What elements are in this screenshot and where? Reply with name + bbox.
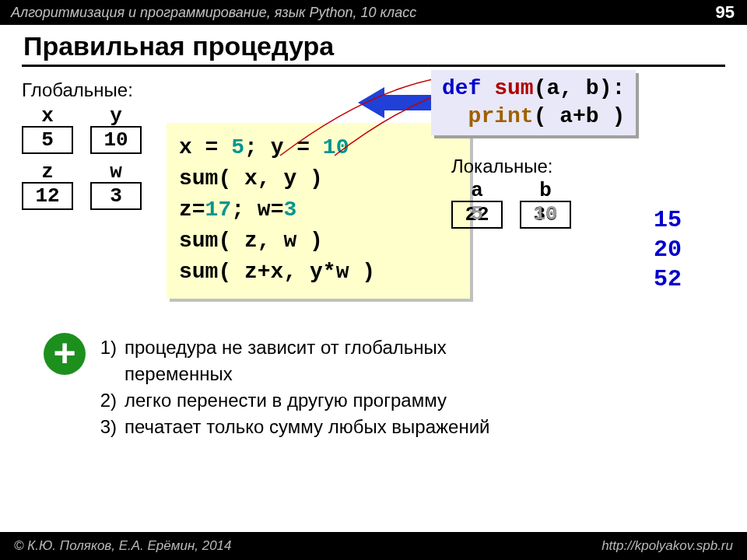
var-y: y 10 (90, 104, 142, 154)
globals-block: Глобальные: x 5 y 10 z 12 w 3 (22, 79, 142, 210)
code-line-5: sum( z+x, y*w ) (179, 257, 458, 288)
list-item: 3) печатает только сумму любых выражений (90, 414, 490, 440)
result-1: 15 (654, 205, 682, 235)
def-line-2: print( a+b ) (442, 103, 625, 131)
list-item: 2) легко перенести в другую программу (90, 387, 490, 414)
slide-footer: © К.Ю. Поляков, Е.А. Ерёмин, 2014 http:/… (0, 532, 747, 560)
def-line-1: def sum(a, b): (442, 75, 625, 103)
list-item-cont: переменных (90, 361, 490, 387)
result-2: 20 (654, 235, 682, 264)
globals-label: Глобальные: (22, 79, 142, 101)
var-a: a 5 22 (451, 179, 503, 229)
var-z: z 12 (22, 160, 73, 210)
list-item: 1) процедура не зависит от глобальных (90, 334, 490, 361)
svg-marker-0 (358, 87, 434, 118)
var-b: b 10 30 (520, 179, 571, 229)
code-line-3: z=17; w=3 (179, 194, 458, 226)
course-title: Алгоритмизация и программирование, язык … (11, 5, 416, 20)
content-area: Глобальные: x 5 y 10 z 12 w 3 x = 5; y =… (0, 75, 747, 507)
result-3: 52 (654, 264, 682, 294)
page-number: 95 (716, 0, 735, 25)
code-block: x = 5; y = 10 sum( x, y ) z=17; w=3 sum(… (167, 123, 470, 299)
locals-label: Локальные: (451, 156, 571, 177)
code-line-4: sum( z, w ) (179, 226, 458, 257)
advantages-list: 1) процедура не зависит от глобальных пе… (90, 334, 490, 440)
footer-authors: © К.Ю. Поляков, Е.А. Ерёмин, 2014 (14, 538, 232, 553)
page-title: Правильная процедура (0, 25, 747, 65)
def-block: def sum(a, b): print( a+b ) (431, 70, 636, 135)
title-rule (22, 65, 725, 67)
footer-url: http://kpolyakov.spb.ru (601, 532, 733, 560)
slide-header: Алгоритмизация и программирование, язык … (0, 0, 747, 25)
arrow-left-icon (358, 87, 434, 118)
code-line-1: x = 5; y = 10 (179, 132, 458, 163)
plus-icon: + (44, 333, 86, 375)
var-x: x 5 (22, 104, 73, 154)
code-line-2: sum( x, y ) (179, 163, 458, 194)
results: 15 20 52 (654, 205, 682, 294)
locals-block: Локальные: a 5 22 b 10 30 (451, 156, 571, 229)
var-w: w 3 (90, 160, 142, 210)
